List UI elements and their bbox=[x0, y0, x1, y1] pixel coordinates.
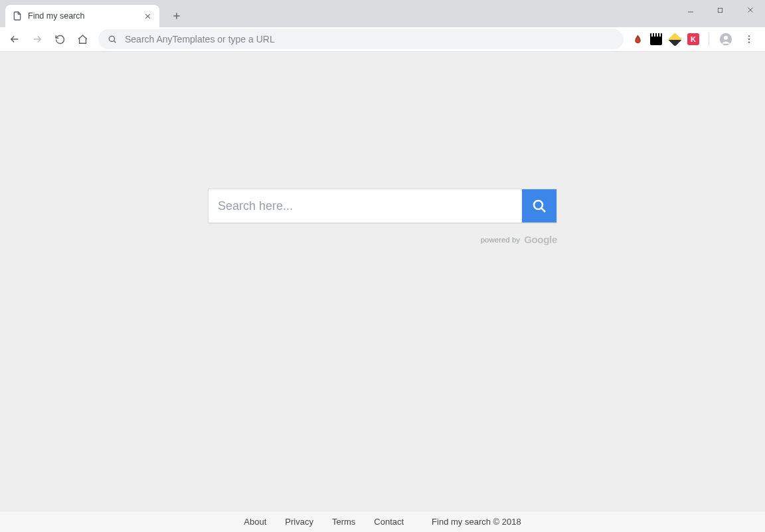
window-maximize-button[interactable] bbox=[705, 0, 735, 20]
page-icon bbox=[12, 11, 23, 21]
browser-menu-button[interactable] bbox=[740, 30, 758, 48]
footer-link-about[interactable]: About bbox=[244, 517, 266, 527]
footer-link-privacy[interactable]: Privacy bbox=[285, 517, 313, 527]
svg-point-1 bbox=[109, 36, 114, 41]
browser-tab[interactable]: Find my search bbox=[5, 5, 159, 27]
main-search-bar bbox=[208, 189, 557, 223]
nav-reload-button[interactable] bbox=[49, 29, 70, 49]
toolbar-separator bbox=[709, 33, 709, 46]
profile-button[interactable] bbox=[719, 32, 733, 46]
omnibox[interactable] bbox=[98, 29, 624, 49]
new-tab-button[interactable] bbox=[167, 7, 186, 25]
page-content: powered by Google About Privacy Terms Co… bbox=[0, 52, 765, 532]
page-footer: About Privacy Terms Contact Find my sear… bbox=[0, 511, 765, 532]
main-search-button[interactable] bbox=[522, 189, 556, 222]
window-close-button[interactable] bbox=[735, 0, 765, 20]
extension-icon-1[interactable] bbox=[632, 33, 643, 45]
footer-copyright: Find my search © 2018 bbox=[432, 517, 521, 527]
powered-by-text: powered by bbox=[481, 236, 520, 244]
extension-icon-2[interactable] bbox=[650, 33, 662, 45]
svg-point-6 bbox=[748, 41, 750, 43]
omnibox-input[interactable] bbox=[125, 34, 614, 44]
nav-home-button[interactable] bbox=[72, 29, 93, 49]
extension-icon-3[interactable] bbox=[669, 33, 681, 45]
window-controls bbox=[675, 0, 765, 20]
window-minimize-button[interactable] bbox=[675, 0, 705, 20]
footer-link-contact[interactable]: Contact bbox=[374, 517, 404, 527]
tab-strip: Find my search bbox=[0, 0, 186, 27]
search-icon bbox=[108, 35, 117, 44]
nav-forward-button[interactable] bbox=[27, 29, 48, 49]
browser-titlebar: Find my search bbox=[0, 0, 765, 27]
svg-point-5 bbox=[748, 39, 750, 40]
svg-point-4 bbox=[748, 35, 750, 37]
svg-point-7 bbox=[534, 201, 543, 209]
svg-point-3 bbox=[724, 36, 728, 40]
main-search-input[interactable] bbox=[209, 189, 522, 222]
search-container: powered by Google bbox=[208, 189, 557, 245]
svg-rect-0 bbox=[718, 8, 722, 12]
powered-by-label: powered by Google bbox=[208, 234, 557, 245]
browser-toolbar: K bbox=[0, 27, 765, 52]
tab-close-button[interactable] bbox=[142, 11, 153, 21]
footer-link-terms[interactable]: Terms bbox=[332, 517, 355, 527]
tab-title: Find my search bbox=[28, 11, 137, 21]
google-logo: Google bbox=[524, 234, 557, 245]
extension-icon-4[interactable]: K bbox=[687, 33, 699, 45]
nav-back-button[interactable] bbox=[4, 29, 25, 49]
extensions-row: K bbox=[629, 30, 761, 48]
